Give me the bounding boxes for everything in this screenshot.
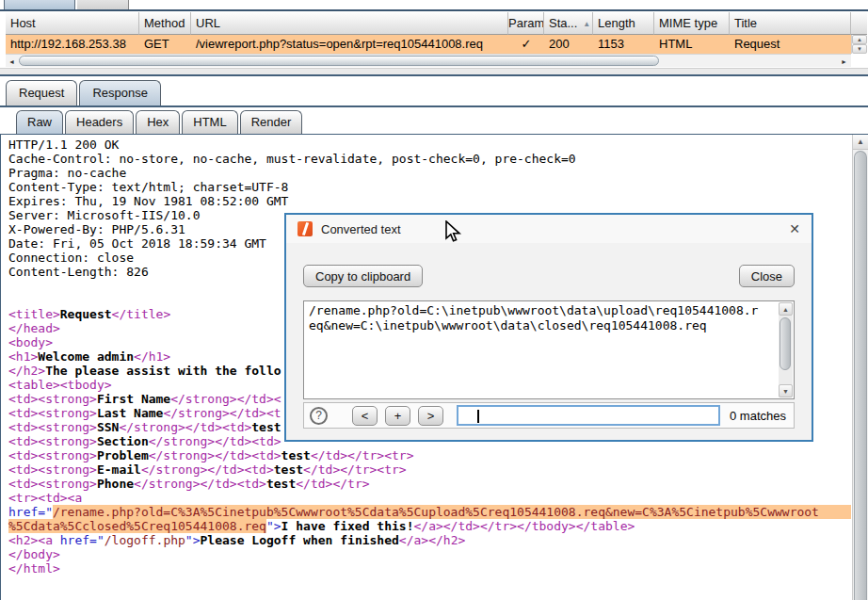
- tab-raw[interactable]: Raw: [16, 110, 63, 134]
- inactive-subtab-fragment[interactable]: [77, 0, 129, 9]
- response-line: %5Cdata%5Cclosed%5Creq105441008.req">I h…: [8, 519, 851, 533]
- scroll-left-icon[interactable]: ◄: [6, 56, 18, 67]
- vertical-scrollbar-thumb[interactable]: [854, 151, 867, 600]
- tab-headers[interactable]: Headers: [65, 110, 134, 134]
- column-header-length[interactable]: Length: [593, 12, 654, 35]
- search-add-button[interactable]: +: [385, 406, 410, 426]
- column-label: Params: [508, 16, 544, 30]
- tab-response[interactable]: Response: [79, 80, 161, 105]
- scroll-right-icon[interactable]: ►: [838, 56, 850, 67]
- response-line: Pragma: no-cache: [8, 166, 851, 180]
- text-caret: [477, 410, 479, 423]
- tab-hex[interactable]: Hex: [136, 110, 180, 134]
- burp-suite-window: Host Method URL Params Sta...▲ Length MI…: [0, 0, 868, 600]
- cell-method[interactable]: GET: [139, 35, 191, 54]
- tab-request[interactable]: Request: [6, 80, 77, 105]
- response-vertical-scrollbar[interactable]: ▲: [852, 135, 868, 600]
- cell-title[interactable]: Request: [730, 35, 851, 54]
- column-label: MIME type: [659, 16, 717, 30]
- response-line: <tr><td><a: [8, 491, 851, 505]
- converted-text-line: eq&new=C:\inetpub\wwwroot\data\closed\re…: [309, 318, 775, 333]
- scroll-up-icon[interactable]: ▲: [852, 35, 867, 44]
- column-label: Method: [144, 16, 185, 30]
- mouse-cursor-icon: [444, 220, 465, 245]
- burp-bolt-shape: [302, 222, 309, 235]
- response-line: Cache-Control: no-store, no-cache, must-…: [8, 152, 851, 166]
- response-line: <h2><a href="/logoff.php">Please Logoff …: [8, 533, 851, 547]
- dialog-button-row: Copy to clipboard Close: [303, 265, 795, 287]
- column-header-params[interactable]: Params: [508, 12, 544, 35]
- table-header-row: Host Method URL Params Sta...▲ Length MI…: [6, 12, 867, 35]
- dialog-titlebar[interactable]: Converted text ✕: [286, 215, 812, 243]
- response-line: </html>: [8, 561, 851, 576]
- close-button[interactable]: Close: [739, 265, 795, 287]
- response-line: Content-Type: text/html; charset=UTF-8: [8, 180, 851, 194]
- column-label: Length: [598, 16, 635, 30]
- response-line: <td><strong>Phone</strong></td><td>test<…: [8, 477, 851, 491]
- search-next-button[interactable]: >: [418, 406, 443, 426]
- tab-html[interactable]: HTML: [182, 110, 237, 134]
- match-count: 0 matches: [730, 409, 786, 423]
- converted-text-area[interactable]: /rename.php?old=C:\inetpub\wwwroot\data\…: [303, 300, 795, 399]
- cell-host[interactable]: http://192.168.253.38: [6, 35, 139, 54]
- search-input[interactable]: [457, 405, 720, 426]
- message-editor-tabs: Request Response: [0, 76, 868, 107]
- response-line: <td><strong>E-mail</strong></td><td>test…: [8, 462, 851, 477]
- response-line: href="/rename.php?old=C%3A%5Cinetpub%5Cw…: [8, 505, 851, 519]
- column-header-status[interactable]: Sta...▲: [544, 12, 593, 35]
- column-label: Title: [734, 16, 757, 30]
- search-bar: ? < + > 0 matches: [303, 402, 795, 429]
- sort-ascending-icon: ▲: [583, 20, 590, 28]
- dialog-close-icon[interactable]: ✕: [789, 221, 800, 236]
- column-label: Sta...: [549, 16, 577, 30]
- scroll-up-icon[interactable]: ▲: [779, 302, 793, 316]
- copy-to-clipboard-button[interactable]: Copy to clipboard: [303, 265, 423, 287]
- column-header-filler: [851, 12, 867, 35]
- proxy-subtabs-fragment: [0, 0, 868, 12]
- converted-text-dialog: Converted text ✕ Copy to clipboard Close…: [284, 213, 813, 442]
- column-label: Host: [10, 16, 36, 30]
- dialog-title: Converted text: [321, 222, 401, 236]
- cell-length[interactable]: 1153: [593, 35, 654, 54]
- scroll-down-icon[interactable]: ▼: [779, 384, 793, 397]
- textarea-scrollbar[interactable]: ▲ ▼: [779, 302, 793, 397]
- column-header-host[interactable]: Host: [6, 12, 139, 35]
- cell-params-check-icon[interactable]: ✓: [508, 35, 544, 54]
- search-previous-button[interactable]: <: [352, 406, 378, 426]
- table-row[interactable]: http://192.168.253.38 GET /viewreport.ph…: [6, 35, 867, 54]
- textarea-scrollbar-thumb[interactable]: [780, 317, 791, 370]
- response-line: </body>: [8, 547, 851, 561]
- tab-render[interactable]: Render: [240, 110, 303, 134]
- help-icon[interactable]: ?: [310, 407, 328, 425]
- response-line: HTTP/1.1 200 OK: [8, 138, 851, 152]
- horizontal-scrollbar-thumb[interactable]: [19, 56, 659, 66]
- column-header-url[interactable]: URL: [191, 12, 508, 35]
- table-vertical-scrollbar[interactable]: ▲ ▼: [851, 35, 867, 54]
- active-subtab-fragment[interactable]: [4, 0, 75, 9]
- column-header-method[interactable]: Method: [139, 12, 191, 35]
- response-line: Expires: Thu, 19 Nov 1981 08:52:00 GMT: [8, 194, 851, 208]
- split-pane-divider[interactable]: [0, 68, 868, 76]
- table-horizontal-scrollbar[interactable]: ◄ ►: [6, 54, 851, 67]
- converted-text-line: /rename.php?old=C:\inetpub\wwwroot\data\…: [309, 303, 775, 318]
- response-line: <td><strong>Problem</strong></td><td>tes…: [8, 448, 851, 462]
- scroll-up-icon[interactable]: ▲: [853, 135, 868, 150]
- cell-mime-type[interactable]: HTML: [654, 35, 730, 54]
- scroll-down-icon[interactable]: ▼: [852, 44, 867, 54]
- burp-icon: [297, 221, 313, 236]
- tabbar-divider: [0, 9, 868, 11]
- cell-url[interactable]: /viewreport.php?status=open&rpt=req10544…: [191, 35, 508, 54]
- column-header-mime-type[interactable]: MIME type: [654, 12, 730, 35]
- column-label: URL: [196, 16, 220, 30]
- cell-status[interactable]: 200: [544, 35, 593, 54]
- column-header-title[interactable]: Title: [730, 12, 851, 35]
- response-view-tabs: Raw Headers Hex HTML Render: [0, 107, 868, 135]
- http-history-table: Host Method URL Params Sta...▲ Length MI…: [6, 12, 867, 67]
